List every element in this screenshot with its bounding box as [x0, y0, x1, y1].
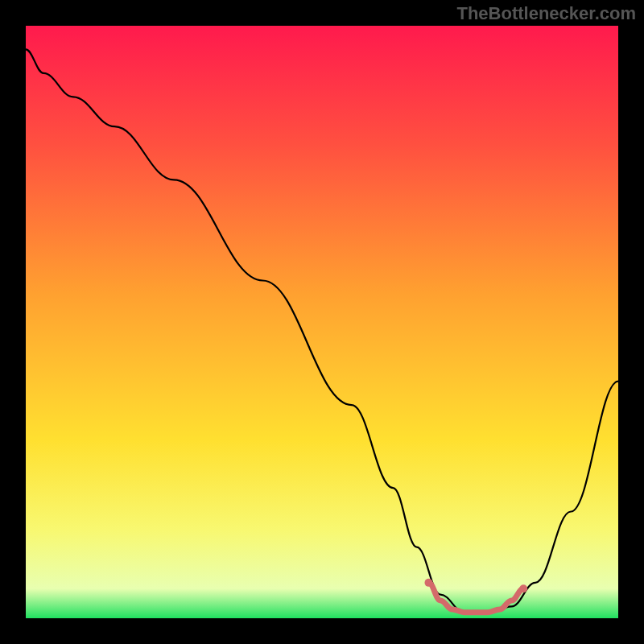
chart-container: TheBottlenecker.com	[0, 0, 644, 644]
chart-svg	[26, 26, 618, 618]
svg-point-0	[424, 579, 432, 587]
gradient-background	[26, 26, 618, 618]
svg-point-1	[519, 584, 527, 592]
plot-area	[26, 26, 618, 618]
watermark-text: TheBottlenecker.com	[456, 3, 636, 24]
